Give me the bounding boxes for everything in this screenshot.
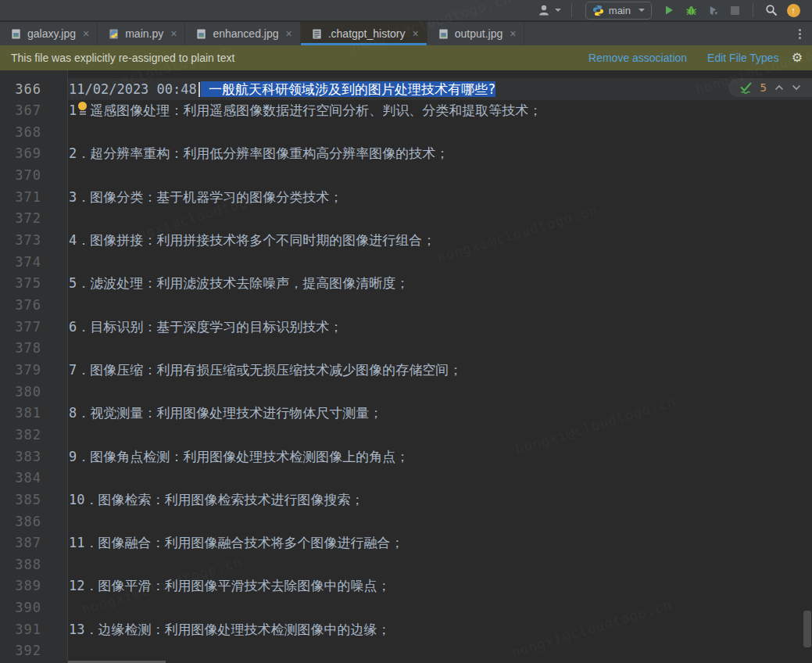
profiler-button[interactable] <box>703 2 722 19</box>
ide-window: main <box>0 0 812 663</box>
line-number[interactable]: 381 <box>15 402 41 424</box>
editor-line[interactable]: 11．图像融合：利用图像融合技术将多个图像进行融合； <box>68 532 812 554</box>
editor-line[interactable]: 7．图像压缩：利用有损压缩或无损压缩技术减少图像的存储空间； <box>68 359 812 381</box>
editor-line[interactable] <box>68 337 812 359</box>
editor-line[interactable] <box>68 164 812 186</box>
editor-line[interactable]: 8．视觉测量：利用图像处理技术进行物体尺寸测量； <box>68 402 812 424</box>
problem-count: 5 <box>760 81 767 94</box>
tab-label: .chatgpt_history <box>328 27 406 40</box>
editor-line[interactable]: 10．图像检索：利用图像检索技术进行图像搜索； <box>68 489 812 511</box>
close-icon[interactable]: × <box>170 27 177 40</box>
remove-association-link[interactable]: Remove association <box>588 52 687 64</box>
tab-enhanced-jpg[interactable]: enhanced.jpg × <box>185 22 300 45</box>
editor-line[interactable]: 6．目标识别：基于深度学习的目标识别技术； <box>68 316 812 338</box>
run-config-selector[interactable]: main <box>585 2 652 20</box>
editor-line[interactable]: 9．图像角点检测：利用图像处理技术检测图像上的角点； <box>68 446 812 468</box>
inspections-widget[interactable]: 5 <box>728 78 812 97</box>
line-number[interactable]: 387 <box>15 532 41 554</box>
line-number[interactable]: 383 <box>15 446 41 468</box>
text-caret <box>199 82 200 97</box>
update-notification-button[interactable]: ↑ <box>784 2 803 19</box>
editor-line[interactable] <box>68 424 812 446</box>
editor-content[interactable]: 11/02/2023 00:48 一般航天科研领域涉及到的图片处理技术有哪些?1… <box>68 70 812 663</box>
stop-icon <box>731 6 739 15</box>
line-number[interactable]: 391 <box>15 618 41 640</box>
gear-icon[interactable]: ⚙ <box>792 52 803 64</box>
line-number[interactable]: 367 <box>15 99 41 121</box>
line-number[interactable]: 377 <box>15 316 41 338</box>
tab-output-jpg[interactable]: output.jpg × <box>427 22 525 45</box>
toolbar-separator <box>753 4 753 17</box>
tab-galaxy-jpg[interactable]: galaxy.jpg × <box>0 22 98 45</box>
editor-line[interactable] <box>68 294 812 316</box>
next-problem-button[interactable] <box>792 84 801 91</box>
editor-line[interactable]: 3．图像分类：基于机器学习的图像分类技术； <box>68 186 812 208</box>
line-number[interactable]: 379 <box>15 359 41 381</box>
editor-line[interactable]: 12．图像平滑：利用图像平滑技术去除图像中的噪点； <box>68 575 812 597</box>
line-number[interactable]: 378 <box>15 337 41 359</box>
tab-chatgpt-history[interactable]: .chatgpt_history × <box>301 22 427 45</box>
line-number[interactable]: 369 <box>15 142 41 164</box>
line-number[interactable]: 384 <box>15 467 41 489</box>
editor-line[interactable] <box>68 640 812 661</box>
editor-line[interactable] <box>68 554 812 575</box>
line-number[interactable]: 385 <box>15 489 41 511</box>
tab-label: main.py <box>125 27 163 40</box>
intention-bulb-icon[interactable] <box>77 102 88 116</box>
editor-line[interactable] <box>68 381 812 403</box>
line-number[interactable]: 376 <box>15 294 41 316</box>
chevron-down-icon <box>555 9 561 12</box>
line-number[interactable]: 372 <box>15 207 41 229</box>
line-number[interactable]: 374 <box>15 251 41 273</box>
line-number[interactable]: 388 <box>15 554 41 575</box>
line-number[interactable]: 373 <box>15 229 41 251</box>
more-vertical-icon[interactable] <box>788 29 812 39</box>
editor-line[interactable]: 2．超分辨率重构：利用低分辨率图像重构高分辨率图像的技术； <box>68 142 812 164</box>
line-number[interactable]: 389 <box>15 575 41 597</box>
stop-button[interactable] <box>725 2 744 19</box>
editor-line[interactable]: 13．边缘检测：利用图像处理技术检测图像中的边缘； <box>68 618 812 640</box>
close-icon[interactable]: × <box>510 27 516 40</box>
run-button[interactable] <box>660 2 678 19</box>
tab-main-py[interactable]: main.py × <box>98 22 185 45</box>
up-arrow-glyph: ↑ <box>791 6 796 15</box>
editor-line[interactable]: 11/02/2023 00:48 一般航天科研领域涉及到的图片处理技术有哪些? <box>68 78 812 100</box>
search-everywhere-button[interactable] <box>762 2 781 19</box>
tab-label: galaxy.jpg <box>27 27 76 40</box>
editor-line[interactable]: 1．遥感图像处理：利用遥感图像数据进行空间分析、判识、分类和提取等技术； <box>68 99 812 121</box>
line-number[interactable]: 375 <box>15 272 41 294</box>
line-number[interactable]: 371 <box>15 186 41 208</box>
text-file-icon <box>311 28 323 40</box>
line-number[interactable]: 380 <box>15 381 41 403</box>
python-file-icon <box>108 28 120 40</box>
line-number[interactable]: 366 <box>15 78 41 100</box>
editor-line[interactable]: 4．图像拼接：利用拼接技术将多个不同时期的图像进行组合； <box>68 229 812 251</box>
edit-file-types-link[interactable]: Edit File Types <box>707 52 779 64</box>
close-icon[interactable]: × <box>413 27 419 40</box>
chevron-down-icon <box>639 9 645 12</box>
line-number[interactable]: 392 <box>15 640 41 661</box>
editor-pane[interactable]: 3663673683693703713723733743753763773783… <box>0 70 812 663</box>
update-icon: ↑ <box>787 4 800 17</box>
banner-message: This file was explicitly re-assigned to … <box>11 52 568 64</box>
user-menu[interactable] <box>535 2 564 19</box>
editor-line[interactable] <box>68 251 812 273</box>
user-icon <box>538 4 552 16</box>
close-icon[interactable]: × <box>83 27 89 40</box>
vertical-scrollbar-thumb[interactable] <box>803 611 811 647</box>
line-number[interactable]: 386 <box>15 511 41 532</box>
line-number[interactable]: 390 <box>15 597 41 618</box>
debug-button[interactable] <box>681 2 700 19</box>
line-number[interactable]: 370 <box>15 164 41 186</box>
editor-line[interactable] <box>68 121 812 143</box>
line-number[interactable]: 382 <box>15 424 41 446</box>
editor-line[interactable] <box>68 207 812 229</box>
editor-line[interactable]: 5．滤波处理：利用滤波技术去除噪声，提高图像清晰度； <box>68 272 812 294</box>
search-icon <box>765 4 778 16</box>
editor-line[interactable] <box>68 597 812 618</box>
prev-problem-button[interactable] <box>774 84 784 91</box>
close-icon[interactable]: × <box>286 27 292 40</box>
editor-line[interactable] <box>68 511 812 532</box>
line-number[interactable]: 368 <box>15 121 41 143</box>
editor-line[interactable] <box>68 467 812 489</box>
